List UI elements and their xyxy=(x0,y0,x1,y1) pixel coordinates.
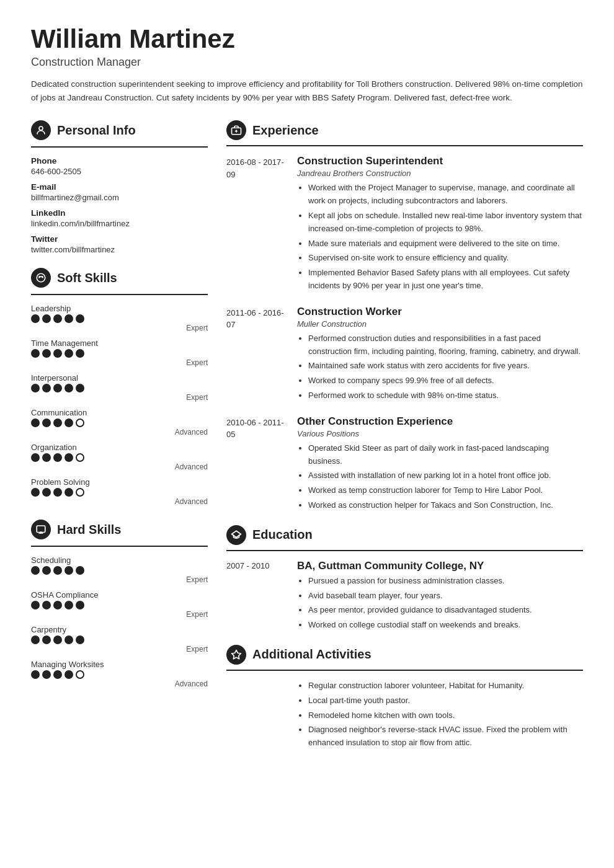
skill-dot xyxy=(53,566,62,575)
skill-level: Advanced xyxy=(31,680,208,688)
education-header: Education xyxy=(226,525,583,545)
education-bullet: Pursued a passion for business administr… xyxy=(308,575,583,588)
skill-dot xyxy=(42,670,51,679)
skill-dots xyxy=(31,349,208,358)
experience-bullet: Made sure materials and equipment were d… xyxy=(308,237,583,250)
additional-activities-bullets: Regular construction laborer volunteer, … xyxy=(297,680,583,751)
skill-row: OrganizationAdvanced xyxy=(31,443,208,471)
skill-dots xyxy=(31,566,208,575)
skill-dots xyxy=(31,601,208,609)
skill-dot xyxy=(31,349,40,358)
experience-bullet: Worked to company specs 99.9% free of al… xyxy=(308,374,583,388)
experience-bullet: Worked with the Project Manager to super… xyxy=(308,182,583,208)
education-dates: 2007 - 2010 xyxy=(226,560,288,634)
experience-list: 2016-08 - 2017-09Construction Superinten… xyxy=(226,155,583,513)
experience-bullet: Supervised on-site work to ensure effici… xyxy=(308,252,583,265)
hard-skills-title: Hard Skills xyxy=(57,523,121,537)
education-bullets: Pursued a passion for business administr… xyxy=(297,575,583,632)
experience-bullet: Implemented Behavior Based Safety plans … xyxy=(308,267,583,293)
info-label: E-mail xyxy=(31,182,208,192)
skill-row: Problem SolvingAdvanced xyxy=(31,477,208,506)
education-bullet: Worked on college custodial staff on wee… xyxy=(308,619,583,632)
education-entry: 2007 - 2010BA, Guttman Community College… xyxy=(226,560,583,634)
skill-dots xyxy=(31,418,208,427)
additional-bullet: Local part-time youth pastor. xyxy=(308,694,583,707)
experience-bullet: Worked as construction helper for Takacs… xyxy=(308,499,583,512)
hard-skills-header: Hard Skills xyxy=(31,520,208,539)
skill-dot xyxy=(76,566,84,575)
skill-row: LeadershipExpert xyxy=(31,304,208,332)
experience-bullet: Performed work to schedule with 98% on-t… xyxy=(308,389,583,402)
skill-name: Leadership xyxy=(31,304,208,313)
skill-dot xyxy=(31,670,40,679)
hard-skills-icon xyxy=(31,520,51,539)
svg-point-0 xyxy=(39,126,43,130)
right-column: Experience 2016-08 - 2017-09Construction… xyxy=(226,120,583,751)
experience-company: Various Positions xyxy=(297,429,583,438)
skill-name: Time Management xyxy=(31,339,208,348)
experience-bullet: Worked as temp construction laborer for … xyxy=(308,484,583,497)
experience-content: Other Construction ExperienceVarious Pos… xyxy=(297,415,583,514)
skill-level: Advanced xyxy=(31,463,208,471)
info-value: billfmartinez@gmail.com xyxy=(31,193,208,202)
skill-dot xyxy=(42,488,51,497)
skill-dot xyxy=(65,670,73,679)
experience-bullet: Operated Skid Steer as part of daily wor… xyxy=(308,442,583,468)
skill-row: CommunicationAdvanced xyxy=(31,408,208,436)
experience-header: Experience xyxy=(226,120,583,140)
skill-row: Managing WorksitesAdvanced xyxy=(31,660,208,688)
additional-bullet: Regular construction laborer volunteer, … xyxy=(308,680,583,693)
additional-activities-title: Additional Activities xyxy=(252,647,372,662)
candidate-summary: Dedicated construction superintendent se… xyxy=(31,78,583,104)
experience-entry: 2011-06 - 2016-07Construction WorkerMull… xyxy=(226,306,583,404)
skill-dot xyxy=(42,566,51,575)
education-list: 2007 - 2010BA, Guttman Community College… xyxy=(226,560,583,634)
additional-activities-header: Additional Activities xyxy=(226,645,583,665)
skill-dot xyxy=(65,453,73,462)
education-content: BA, Guttman Community College, NYPursued… xyxy=(297,560,583,634)
soft-skills-list: LeadershipExpertTime ManagementExpertInt… xyxy=(31,304,208,506)
skill-name: Interpersonal xyxy=(31,373,208,383)
skill-name: Communication xyxy=(31,408,208,417)
skill-level: Advanced xyxy=(31,497,208,506)
skill-level: Expert xyxy=(31,393,208,402)
experience-dates: 2011-06 - 2016-07 xyxy=(226,306,288,404)
skill-dot xyxy=(76,349,84,358)
experience-dates: 2016-08 - 2017-09 xyxy=(226,155,288,294)
info-value: 646-600-2505 xyxy=(31,167,208,176)
skill-dot xyxy=(42,601,51,609)
skill-name: Organization xyxy=(31,443,208,452)
experience-bullet: Assisted with installation of new parkin… xyxy=(308,469,583,482)
svg-point-3 xyxy=(42,277,43,278)
info-label: Twitter xyxy=(31,234,208,244)
skill-dot xyxy=(65,566,73,575)
skill-level: Expert xyxy=(31,645,208,653)
hard-skills-divider xyxy=(31,546,208,547)
hard-skills-list: SchedulingExpertOSHA ComplianceExpertCar… xyxy=(31,556,208,688)
education-title: Education xyxy=(252,528,313,542)
skill-dot xyxy=(65,314,73,323)
skill-dot xyxy=(42,418,51,427)
skill-dot xyxy=(31,453,40,462)
additional-activities-icon xyxy=(226,645,246,665)
skill-dots xyxy=(31,670,208,679)
skill-dot xyxy=(65,636,73,644)
skill-row: Time ManagementExpert xyxy=(31,339,208,367)
soft-skills-divider xyxy=(31,294,208,295)
experience-job-title: Other Construction Experience xyxy=(297,415,583,428)
experience-content: Construction SuperintendentJandreau Brot… xyxy=(297,155,583,294)
skill-dot xyxy=(53,349,62,358)
skill-dot xyxy=(31,314,40,323)
skill-name: Carpentry xyxy=(31,625,208,634)
experience-job-title: Construction Worker xyxy=(297,306,583,318)
skill-dot xyxy=(76,418,84,427)
personal-info-divider xyxy=(31,146,208,148)
skill-level: Expert xyxy=(31,324,208,332)
skill-dot xyxy=(76,384,84,392)
skill-dot xyxy=(42,384,51,392)
skill-dot xyxy=(76,453,84,462)
experience-job-title: Construction Superintendent xyxy=(297,155,583,167)
personal-info-fields: Phone646-600-2505E-mailbillfmartinez@gma… xyxy=(31,156,208,254)
skill-dot xyxy=(65,601,73,609)
skill-name: Managing Worksites xyxy=(31,660,208,669)
